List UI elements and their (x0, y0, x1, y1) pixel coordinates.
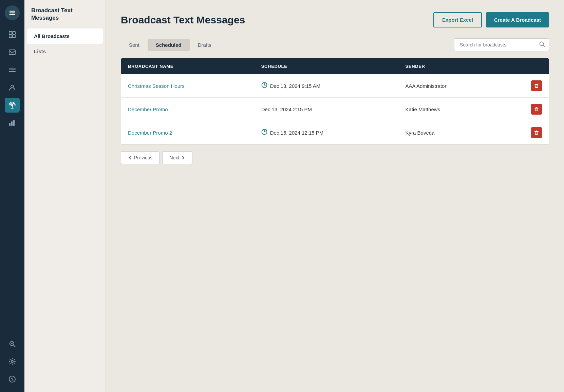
table-header-row: Broadcast Name Schedule Sender (121, 58, 549, 74)
next-button[interactable]: Next (162, 151, 192, 164)
table-row: December PromoDec 13, 2024 2:15 PMKatie … (121, 98, 549, 121)
nav-logo[interactable] (5, 5, 20, 20)
svg-rect-20 (13, 120, 15, 126)
tab-scheduled[interactable]: Scheduled (148, 39, 190, 51)
tab-sent[interactable]: Sent (121, 39, 148, 51)
clock-icon (261, 129, 267, 137)
tabs: Sent Scheduled Drafts (121, 39, 220, 51)
broadcast-name-link[interactable]: December Promo (128, 106, 168, 112)
svg-point-14 (11, 85, 14, 88)
schedule-text: Dec 13, 2024 9:15 AM (270, 83, 320, 89)
delete-button[interactable] (531, 80, 542, 91)
sender-cell: Katie Matthews (399, 98, 503, 121)
tab-drafts[interactable]: Drafts (190, 39, 220, 51)
svg-rect-6 (13, 35, 15, 38)
col-broadcast-name: Broadcast Name (121, 58, 255, 74)
broadcasts-table-container: Broadcast Name Schedule Sender Christmas… (121, 58, 549, 144)
col-actions (502, 58, 549, 74)
settings-icon[interactable] (5, 354, 20, 369)
page-title: Broadcast Text Messages (121, 14, 245, 26)
broadcasts-table: Broadcast Name Schedule Sender Christmas… (121, 58, 549, 144)
sidebar-item-all-broadcasts[interactable]: All Broadcasts (27, 28, 103, 44)
delete-button[interactable] (531, 127, 542, 138)
sender-cell: Kyra Boveda (399, 121, 503, 144)
svg-rect-33 (535, 108, 538, 111)
create-broadcast-button[interactable]: Create A Broadcast (486, 12, 549, 27)
svg-rect-5 (9, 35, 12, 38)
sidebar-title: Broadcast Text Messages (24, 7, 106, 28)
schedule-cell: Dec 13, 2024 2:15 PM (255, 98, 399, 121)
schedule-cell: Dec 13, 2024 9:15 AM (255, 74, 399, 98)
sidebar: Broadcast Text Messages All Broadcasts L… (24, 0, 106, 392)
svg-rect-7 (9, 50, 15, 55)
search-icon[interactable] (5, 336, 20, 351)
table-row: Christmas Season Hours Dec 13, 2024 9:15… (121, 74, 549, 98)
col-sender: Sender (399, 58, 503, 74)
page-header: Broadcast Text Messages Export Excel Cre… (121, 12, 549, 27)
broadcast-name-link[interactable]: December Promo 2 (128, 130, 172, 136)
svg-rect-30 (535, 85, 538, 87)
help-icon[interactable]: ? (5, 372, 20, 387)
action-cell (502, 74, 549, 98)
search-icon (539, 41, 545, 48)
svg-point-23 (11, 343, 13, 344)
broadcast-name-cell: December Promo 2 (121, 121, 255, 144)
broadcast-nav-icon[interactable] (5, 98, 20, 113)
dashboard-icon[interactable] (5, 27, 20, 42)
main-content: Broadcast Text Messages Export Excel Cre… (106, 0, 564, 392)
schedule-text: Dec 15, 2024 12:15 PM (270, 130, 324, 136)
sender-cell: AAA Administrator (399, 74, 503, 98)
action-cell (502, 121, 549, 144)
search-box (454, 38, 549, 51)
svg-rect-4 (13, 32, 15, 34)
pagination: Previous Next (121, 151, 549, 164)
svg-rect-3 (9, 32, 12, 34)
list-details-icon[interactable] (5, 62, 20, 77)
svg-rect-37 (535, 132, 538, 134)
export-excel-button[interactable]: Export Excel (433, 12, 482, 27)
contacts-icon[interactable] (5, 80, 20, 95)
tabs-search-row: Sent Scheduled Drafts (121, 38, 549, 51)
analytics-icon[interactable] (5, 115, 20, 130)
inbox-icon[interactable] (5, 45, 20, 60)
search-input[interactable] (454, 38, 549, 51)
svg-point-24 (11, 360, 13, 362)
svg-line-28 (543, 45, 545, 47)
broadcast-name-cell: December Promo (121, 98, 255, 121)
previous-button[interactable]: Previous (121, 151, 159, 164)
col-schedule: Schedule (255, 58, 399, 74)
broadcast-name-link[interactable]: Christmas Season Hours (128, 83, 185, 89)
sidebar-item-lists[interactable]: Lists (27, 44, 103, 59)
delete-button[interactable] (531, 104, 542, 115)
header-buttons: Export Excel Create A Broadcast (433, 12, 549, 27)
schedule-cell: Dec 15, 2024 12:15 PM (255, 121, 399, 144)
svg-point-27 (540, 42, 544, 46)
svg-rect-19 (11, 121, 13, 126)
broadcast-name-cell: Christmas Season Hours (121, 74, 255, 98)
svg-text:?: ? (11, 377, 13, 382)
clock-icon (261, 82, 267, 90)
action-cell (502, 98, 549, 121)
schedule-text: Dec 13, 2024 2:15 PM (261, 106, 312, 112)
svg-rect-18 (9, 123, 11, 126)
table-row: December Promo 2 Dec 15, 2024 12:15 PMKy… (121, 121, 549, 144)
left-nav: ? (0, 0, 24, 392)
svg-line-22 (14, 345, 15, 347)
